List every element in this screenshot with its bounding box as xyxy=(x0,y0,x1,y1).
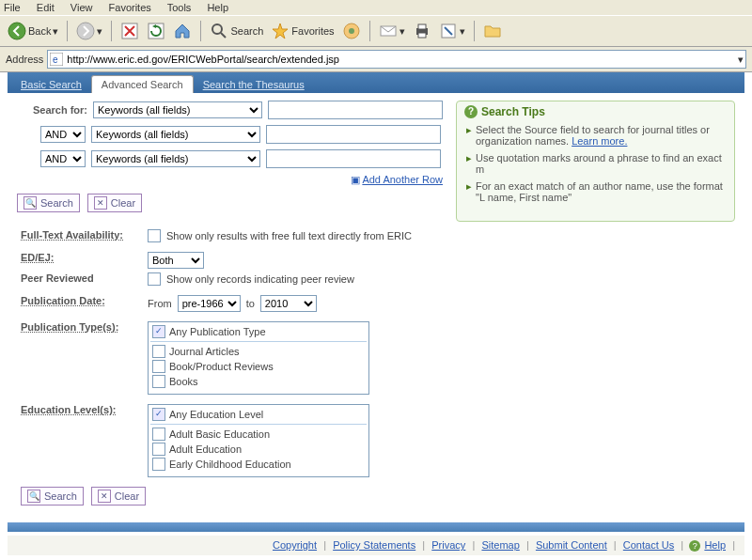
edej-label: ED/EJ: xyxy=(21,252,138,263)
term-input-3[interactable] xyxy=(266,149,441,168)
field-select-2[interactable]: Keywords (all fields) xyxy=(91,126,260,143)
clear-button-2[interactable]: ✕Clear xyxy=(91,487,146,506)
pubtype-check-any[interactable] xyxy=(152,325,165,338)
fulltext-checkbox[interactable] xyxy=(148,229,161,242)
year-to-select[interactable]: 2010 xyxy=(260,295,317,312)
edulevel-listbox[interactable]: Any Education Level Adult Basic Educatio… xyxy=(148,404,369,477)
history-icon xyxy=(342,22,361,40)
search-for-label: Search for: xyxy=(17,104,87,116)
menu-bar: File Edit View Favorites Tools Help xyxy=(0,0,752,15)
back-icon xyxy=(8,22,26,40)
dropdown-icon: ▾ xyxy=(53,25,58,38)
tip-item: Select the Source field to search for jo… xyxy=(476,124,727,147)
edulevel-label: Education Level(s): xyxy=(21,404,138,415)
op-select-1[interactable]: AND xyxy=(40,126,86,143)
svg-point-7 xyxy=(349,28,354,34)
pubtype-check[interactable] xyxy=(152,360,165,373)
info-icon: ? xyxy=(464,105,478,118)
forward-button[interactable]: ▾ xyxy=(74,20,104,42)
pubtype-check[interactable] xyxy=(152,345,165,358)
menu-tools[interactable]: Tools xyxy=(167,2,192,13)
year-from-select[interactable]: pre-1966 xyxy=(178,295,241,312)
folder-button[interactable] xyxy=(481,20,504,42)
menu-view[interactable]: View xyxy=(70,2,93,13)
footer-link[interactable]: Contact Us xyxy=(623,539,674,551)
mail-icon xyxy=(379,22,398,40)
dropdown-icon[interactable]: ▾ xyxy=(738,54,744,66)
menu-edit[interactable]: Edit xyxy=(37,2,55,13)
term-input-2[interactable] xyxy=(266,125,441,144)
peer-checkbox[interactable] xyxy=(148,272,161,286)
footer-link[interactable]: Sitemap xyxy=(481,539,519,551)
term-input-1[interactable] xyxy=(268,101,443,119)
clear-button[interactable]: ✕Clear xyxy=(87,194,142,212)
home-button[interactable] xyxy=(171,20,194,42)
footer-link[interactable]: Privacy xyxy=(431,539,465,551)
search-submit-button-2[interactable]: 🔍Search xyxy=(21,487,84,506)
stop-button[interactable] xyxy=(118,20,141,42)
home-icon xyxy=(173,22,192,40)
edulevel-check-any[interactable] xyxy=(152,408,165,421)
svg-text:e: e xyxy=(53,54,58,65)
star-icon xyxy=(271,22,290,40)
ie-page-icon: e xyxy=(50,53,63,66)
search-icon xyxy=(210,22,228,40)
divider-bar xyxy=(8,522,744,532)
pubdate-label: Publication Date: xyxy=(21,295,138,306)
address-bar: Address e http://www.eric.ed.gov/ERICWeb… xyxy=(0,47,752,72)
help-icon: ? xyxy=(689,540,700,552)
svg-point-0 xyxy=(8,23,25,39)
menu-help[interactable]: Help xyxy=(207,2,228,13)
page-content: Basic Search Advanced Search Search the … xyxy=(0,72,752,560)
menu-favorites[interactable]: Favorites xyxy=(109,2,151,13)
refresh-button[interactable] xyxy=(145,20,167,42)
favorites-button[interactable]: Favorites xyxy=(269,20,336,42)
svg-rect-10 xyxy=(418,24,426,29)
edit-button[interactable]: ▾ xyxy=(437,20,467,42)
search-tabs: Basic Search Advanced Search Search the … xyxy=(8,72,744,93)
svg-point-1 xyxy=(77,23,94,39)
svg-rect-11 xyxy=(418,33,426,38)
svg-point-4 xyxy=(212,24,222,34)
peer-label: Peer Reviewed xyxy=(21,272,138,284)
menu-file[interactable]: File xyxy=(4,2,21,13)
address-input[interactable]: e http://www.eric.ed.gov/ERICWebPortal/s… xyxy=(47,50,746,69)
fulltext-label: Full-Text Availability: xyxy=(21,229,138,241)
tab-basic[interactable]: Basic Search xyxy=(11,76,91,93)
mail-button[interactable]: ▾ xyxy=(377,20,407,42)
pubtype-label: Publication Type(s): xyxy=(21,321,138,333)
browser-toolbar: Back ▾ ▾ Search Favorites xyxy=(0,15,752,47)
print-button[interactable] xyxy=(411,20,433,42)
footer-link[interactable]: Policy Statements xyxy=(333,539,415,551)
dropdown-icon: ▾ xyxy=(97,25,102,38)
footer-help-link[interactable]: Help xyxy=(704,539,726,551)
back-button[interactable]: Back ▾ xyxy=(6,20,60,42)
op-select-2[interactable]: AND xyxy=(40,150,86,167)
search-submit-button[interactable]: 🔍Search xyxy=(17,194,80,212)
address-label: Address xyxy=(6,54,43,65)
footer-link[interactable]: Copyright xyxy=(273,539,317,551)
tab-advanced[interactable]: Advanced Search xyxy=(91,75,194,93)
svg-line-5 xyxy=(221,33,226,38)
learn-more-link[interactable]: Learn more. xyxy=(572,135,627,147)
tip-item: Use quotation marks around a phrase to f… xyxy=(476,152,727,175)
search-button[interactable]: Search xyxy=(208,20,265,42)
folder-icon xyxy=(483,22,502,40)
pubtype-listbox[interactable]: Any Publication Type Journal Articles Bo… xyxy=(148,321,369,395)
field-select-3[interactable]: Keywords (all fields) xyxy=(91,150,260,167)
search-tips-panel: ?Search Tips Select the Source field to … xyxy=(456,101,735,222)
footer-link[interactable]: Submit Content xyxy=(536,539,607,551)
tab-thesaurus[interactable]: Search the Thesaurus xyxy=(194,76,314,93)
tip-item: For an exact match of an author name, us… xyxy=(476,180,727,203)
refresh-icon xyxy=(147,22,165,40)
history-button[interactable] xyxy=(340,20,363,42)
edulevel-check[interactable] xyxy=(152,458,165,471)
edulevel-check[interactable] xyxy=(152,443,165,456)
stop-icon xyxy=(120,22,139,40)
add-another-row-link[interactable]: Add Another Row xyxy=(362,174,443,185)
edulevel-check[interactable] xyxy=(152,428,165,441)
pubtype-check[interactable] xyxy=(152,375,165,388)
field-select-1[interactable]: Keywords (all fields) xyxy=(93,101,262,118)
filters-section: Full-Text Availability: Show only result… xyxy=(8,226,744,519)
edej-select[interactable]: Both xyxy=(148,252,204,269)
